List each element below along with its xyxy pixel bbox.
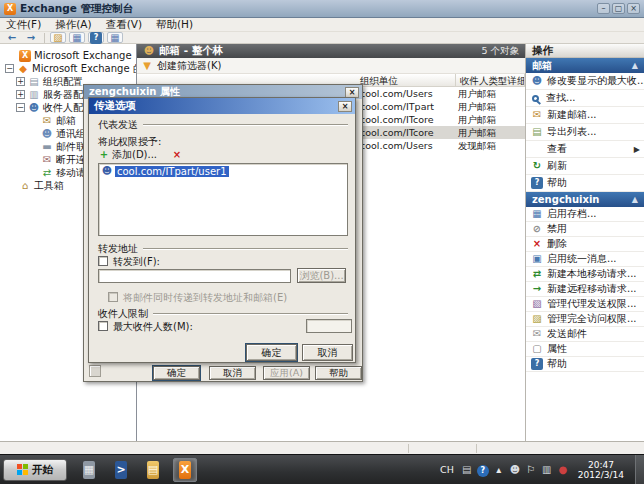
actions-section-title: 邮箱 [532,59,552,73]
column-header-0[interactable]: 组织单位 [356,74,456,87]
help-button[interactable]: 帮助 [315,366,362,380]
forward-address-input[interactable] [98,269,291,283]
collapse-icon[interactable]: − [5,64,14,73]
export-list-icon: ▤ [531,126,543,138]
grantee-item-0[interactable]: ☻cool.com/ITpart/user1 [101,165,345,177]
max-recipients-input[interactable] [306,319,352,333]
send-on-behalf-group: 代表发送 [98,118,348,132]
action-item-label: 导出列表... [547,125,597,139]
close-icon[interactable]: × [627,3,640,14]
action-item-1-5[interactable]: →新建远程移动请求... [526,282,644,297]
toolbar-button-back[interactable]: ← [4,32,20,43]
tray-user[interactable]: ☻ [509,463,521,476]
windows-flag-icon [17,464,28,475]
tray-alert[interactable]: ● [557,463,569,476]
action-item-1-1[interactable]: ⊘禁用 [526,222,644,237]
create-filter-row[interactable]: ▼创建筛选器(K) [137,58,525,74]
menu-item-0[interactable]: 文件(F) [6,18,41,32]
menu-item-3[interactable]: 帮助(H) [156,18,193,32]
forward-to-label: 转发到(F): [113,255,160,269]
collapse-section-icon[interactable]: ▲ [632,61,638,70]
action-item-0-4[interactable]: 查看▶ [526,141,644,158]
forwarding-group: 转发地址 [98,242,348,256]
action-item-0-1[interactable]: 查找... [526,90,644,107]
forward-to-checkbox[interactable] [98,256,108,266]
action-item-1-3[interactable]: ▣启用统一消息... [526,252,644,267]
menu-item-1[interactable]: 操作(A) [55,18,91,32]
apply-button[interactable]: 应用(A) [263,366,310,380]
toolbar-button-forward[interactable]: → [23,32,39,43]
toolbar-button-console-window[interactable]: ▦ [107,32,123,43]
start-button[interactable]: 开始 [3,459,67,481]
action-item-1-6[interactable]: ▧管理代理发送权限... [526,297,644,312]
tree-item-1[interactable]: −◆Microsoft Exchange 的内部部署 [0,62,136,75]
maximize-icon[interactable]: ▢ [612,3,625,14]
remote-move-icon: → [531,283,543,295]
action-item-0-2[interactable]: ✉新建邮箱... [526,107,644,124]
collapse-icon[interactable]: − [16,103,25,112]
max-recipients-checkbox[interactable] [98,321,108,331]
tray-flag[interactable]: ⚐ [525,463,537,476]
taskbar-server-manager[interactable]: ▦ [77,458,101,482]
tree-item-0[interactable]: XMicrosoft Exchange [0,49,136,62]
submenu-arrow-icon: ▶ [634,145,644,154]
cancel-button[interactable]: 取消 [209,366,256,380]
close-icon[interactable]: × [338,101,352,112]
action-item-1-4[interactable]: ⇄新建本地移动请求... [526,267,644,282]
new-mailbox-icon: ✉ [531,109,543,121]
action-item-1-10[interactable]: ?帮助 [526,357,644,372]
clock[interactable]: 20:47 2012/3/14 [578,460,624,480]
action-item-label: 管理代理发送权限... [547,297,637,311]
properties-icon: ▢ [531,343,543,355]
grantee-listbox[interactable]: ☻cool.com/ITpart/user1 [98,163,348,236]
expand-icon[interactable]: + [16,90,25,99]
deliver-both-checkbox[interactable] [108,292,118,302]
tray-network[interactable]: ▥ [541,463,553,476]
tray-icons: ▤?▴☻⚐▥● [461,463,569,477]
grantee-icon: ☻ [101,165,113,177]
show-desktop-button[interactable] [635,455,644,484]
remove-button[interactable]: × [171,149,183,161]
disable-icon: ⊘ [531,223,543,235]
expand-icon[interactable]: + [16,77,25,86]
actions-section-user[interactable]: zengchuixin▲ [526,192,644,207]
taskbar-exchange[interactable]: X [173,458,197,482]
action-item-0-0[interactable]: ☻修改要显示的最大收... [526,73,644,90]
toolbar-button-console-tree[interactable]: ▨ [50,32,66,43]
action-item-0-6[interactable]: ?帮助 [526,175,644,192]
actions-pane-title: 操作 [532,44,553,58]
toolbar-button-help[interactable]: ? [88,32,104,43]
action-item-1-0[interactable]: ▦启用存档... [526,207,644,222]
tray-printer[interactable]: ▤ [461,463,473,476]
close-icon[interactable]: × [345,87,359,98]
taskbar-explorer[interactable]: ▤ [141,458,165,482]
tray-help-circle[interactable]: ? [477,463,489,477]
add-button[interactable]: +添加(D)... [98,148,157,162]
exchange-logo-icon: X [4,3,16,15]
minimize-icon[interactable]: – [597,3,610,14]
menu-bar: 文件(F)操作(A)查看(V)帮助(H) [0,18,644,32]
window-controls: –▢× [597,3,640,14]
action-item-label: 新建本地移动请求... [547,267,637,281]
ok-button[interactable]: 确定 [246,344,297,361]
action-item-1-7[interactable]: ▨管理完全访问权限... [526,312,644,327]
ok-button[interactable]: 确定 [153,366,200,380]
window-titlebar[interactable]: XExchange 管理控制台 –▢× [0,0,644,18]
browse-button[interactable]: 浏览(B)... [297,268,346,283]
actions-section-mailbox[interactable]: 邮箱▲ [526,58,644,73]
collapse-section-icon[interactable]: ▲ [632,195,638,204]
tray-expand-arrow[interactable]: ▴ [493,463,505,476]
language-indicator[interactable]: CH [438,464,456,475]
action-item-0-3[interactable]: ▤导出列表... [526,124,644,141]
cancel-button[interactable]: 取消 [302,344,353,361]
action-item-1-2[interactable]: ×删除 [526,237,644,252]
menu-item-2[interactable]: 查看(V) [106,18,142,32]
action-item-1-9[interactable]: ▢属性 [526,342,644,357]
delivery-dialog-titlebar[interactable]: 传递选项 × [89,98,355,114]
taskbar-powershell[interactable]: > [109,458,133,482]
action-item-1-8[interactable]: ✉发送邮件 [526,327,644,342]
action-item-0-5[interactable]: ↻刷新 [526,158,644,175]
toolbar-button-window[interactable]: ▦ [69,32,85,43]
column-header-1[interactable]: 收件人类型详细信息 [456,74,525,87]
recipient-config-icon: ☻ [28,102,40,114]
